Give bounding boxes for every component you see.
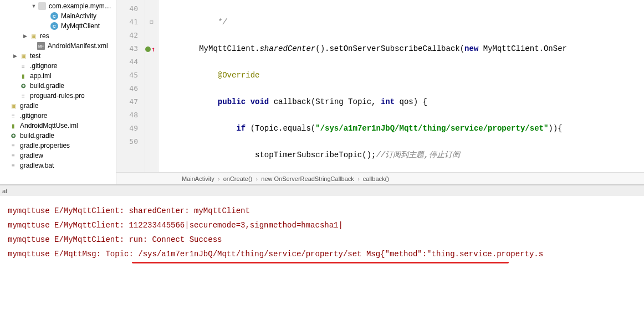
logcat-console[interactable]: mymqttuse E/MyMqttClient: sharedCenter: … — [0, 196, 644, 326]
file-type-icon: ≡ — [9, 112, 17, 120]
file-type-icon: ≡ — [19, 62, 27, 70]
tree-item-label: gradlew.bat — [19, 162, 54, 169]
expand-arrow-icon[interactable]: ▶ — [22, 33, 28, 39]
tree-item[interactable]: ✪build.gradle — [0, 81, 116, 91]
tree-item-label: build.gradle — [29, 82, 64, 90]
tree-item-label: gradle.properties — [19, 142, 70, 149]
line-number: 47 — [116, 95, 145, 108]
file-type-icon: ✪ — [19, 82, 27, 90]
expand-arrow-icon[interactable] — [30, 43, 35, 49]
tree-item-label: gradlew — [19, 152, 43, 159]
line-number: 48 — [116, 108, 145, 122]
file-type-icon: ✪ — [9, 132, 17, 139]
tree-item-label: app.iml — [29, 72, 52, 80]
expand-arrow-icon[interactable] — [2, 163, 8, 168]
line-number: 42 — [116, 29, 145, 42]
tree-item-label: test — [29, 52, 40, 60]
expand-arrow-icon[interactable] — [12, 63, 18, 69]
code-line: MyMqttClient. — [162, 44, 259, 53]
file-type-icon — [38, 2, 46, 10]
expand-arrow-icon[interactable] — [2, 103, 8, 108]
breadcrumb-item[interactable]: MainActivity — [177, 175, 219, 182]
tree-item-label: AndroidMqttUse.iml — [19, 122, 78, 130]
line-number: 49 — [116, 122, 145, 135]
log-line: mymqttuse E/MyMqttClient: sharedCenter: … — [8, 204, 640, 218]
log-line: mymqttuse E/MyMqttClient: 112233445566|s… — [8, 218, 640, 232]
tree-item[interactable]: ▮AndroidMqttUse.iml — [0, 121, 116, 131]
tree-item[interactable]: ≡proguard-rules.pro — [0, 91, 116, 101]
code-content[interactable]: */ MyMqttClient.sharedCenter().setOnServ… — [159, 0, 644, 172]
tree-item[interactable]: ▮app.iml — [0, 71, 116, 81]
tree-item[interactable]: CMyMqttClient — [0, 21, 116, 31]
tree-item-label: proguard-rules.pro — [29, 92, 85, 100]
file-type-icon: C — [50, 12, 58, 20]
line-number: 44 — [116, 55, 145, 69]
file-type-icon: ≡ — [19, 92, 27, 100]
tree-item-label: build.gradle — [19, 132, 54, 139]
file-type-icon: ▣ — [29, 32, 37, 40]
tree-item-label: MyMqttClient — [60, 22, 100, 30]
line-number: 40 — [116, 2, 145, 15]
expand-arrow-icon[interactable] — [43, 13, 49, 19]
breadcrumb-item[interactable]: callback() — [359, 175, 393, 182]
tree-item-label: res — [39, 32, 49, 40]
file-type-icon: ≡ — [9, 162, 17, 169]
expand-arrow-icon[interactable] — [2, 133, 8, 138]
tree-item-label: .gitignore — [29, 62, 57, 70]
breadcrumb-item[interactable]: new OnServerReadStringCallback — [257, 175, 359, 182]
code-line: @Override — [162, 71, 259, 80]
file-type-icon: MF — [37, 42, 45, 50]
tree-item[interactable]: ▶▣res — [0, 31, 116, 41]
run-marker-icon[interactable] — [145, 46, 151, 52]
tree-item[interactable]: ▼com.example.mym… — [0, 1, 116, 11]
line-number: 41 — [116, 15, 145, 29]
expand-arrow-icon[interactable] — [2, 153, 8, 158]
line-number: 50 — [116, 135, 145, 148]
project-tree: ▼com.example.mym…CMainActivityCMyMqttCli… — [0, 0, 116, 184]
override-arrow-icon: ↑ — [151, 45, 155, 53]
tree-item-label: .gitignore — [19, 112, 47, 120]
line-number: 43 — [116, 42, 145, 55]
tree-item[interactable]: ≡gradle.properties — [0, 141, 116, 151]
file-type-icon: ▮ — [19, 72, 27, 80]
file-type-icon: ▣ — [19, 52, 27, 60]
expand-arrow-icon[interactable] — [43, 23, 49, 29]
tree-item-label: gradle — [19, 102, 38, 110]
file-type-icon: ▮ — [9, 122, 17, 130]
fold-strip: ⊟ — [145, 0, 159, 172]
tree-item-label: MainActivity — [60, 12, 96, 20]
tree-item-label: AndroidManifest.xml — [47, 42, 108, 50]
file-type-icon: ▣ — [9, 102, 17, 110]
tree-item[interactable]: ≡gradlew — [0, 151, 116, 161]
tree-item[interactable]: ≡.gitignore — [0, 111, 116, 121]
expand-arrow-icon[interactable] — [12, 83, 18, 89]
bottom-tab-strip[interactable]: at — [0, 185, 644, 196]
line-number-gutter: 404142↑4344454647484950 — [116, 0, 145, 172]
tree-item-label: com.example.mym… — [48, 2, 111, 10]
line-number: 45 — [116, 69, 145, 82]
tree-item[interactable]: ✪build.gradle — [0, 131, 116, 141]
tree-item[interactable]: MFAndroidManifest.xml — [0, 41, 116, 51]
line-number: 46 — [116, 82, 145, 95]
tree-item[interactable]: ≡.gitignore — [0, 61, 116, 71]
tab-label[interactable]: at — [2, 188, 7, 194]
log-line: mymqttuse E/MyMqttClient: run: Connect S… — [8, 232, 640, 247]
annotation-underline-icon — [132, 260, 509, 263]
expand-arrow-icon[interactable] — [12, 93, 18, 99]
tree-item[interactable]: ▶▣test — [0, 51, 116, 61]
expand-arrow-icon[interactable]: ▶ — [12, 53, 18, 59]
expand-arrow-icon[interactable] — [2, 113, 8, 118]
expand-arrow-icon[interactable] — [2, 143, 8, 148]
tree-item[interactable]: ≡gradlew.bat — [0, 161, 116, 170]
expand-arrow-icon[interactable]: ▼ — [31, 3, 37, 9]
tree-item[interactable]: ▣gradle — [0, 101, 116, 111]
breadcrumb-item[interactable]: onCreate() — [219, 175, 257, 182]
code-line: */ — [162, 18, 227, 27]
file-type-icon: C — [50, 22, 58, 30]
tree-item[interactable]: CMainActivity — [0, 11, 116, 21]
breadcrumb: MainActivityonCreate()new OnServerReadSt… — [116, 172, 644, 184]
code-editor: 404142↑4344454647484950 ⊟ */ MyMqttClien… — [116, 0, 644, 184]
file-type-icon: ≡ — [9, 152, 17, 159]
expand-arrow-icon[interactable] — [2, 123, 8, 128]
expand-arrow-icon[interactable] — [12, 73, 18, 79]
